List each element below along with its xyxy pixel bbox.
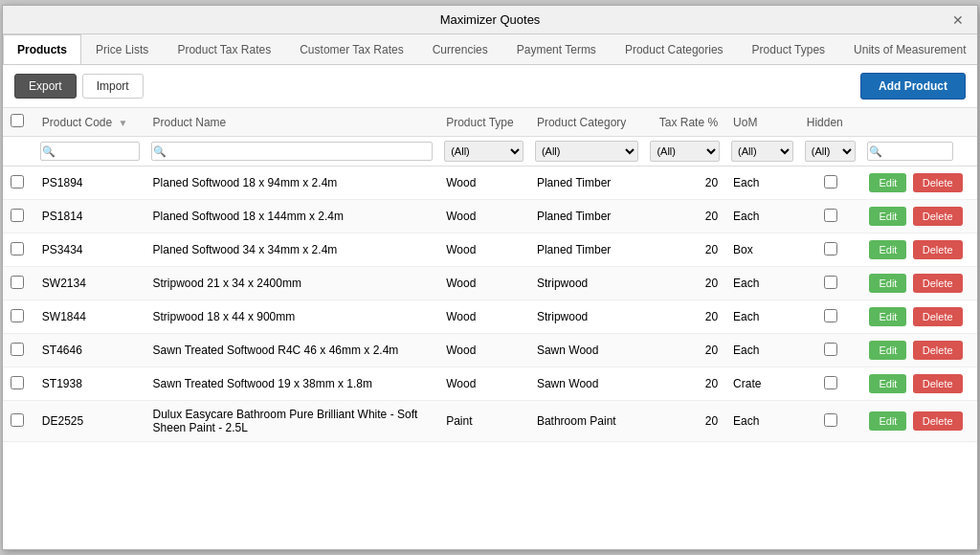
row-select-checkbox[interactable] [11,413,24,427]
row-select-checkbox[interactable] [11,309,24,322]
row-uom: Each [725,300,799,334]
hidden-checkbox[interactable] [824,413,837,427]
row-actions: Edit Delete [861,334,977,367]
row-name: Planed Softwood 18 x 144mm x 2.4m [145,200,439,233]
delete-button[interactable]: Delete [913,274,963,293]
hidden-checkbox[interactable] [824,209,837,222]
delete-button[interactable]: Delete [913,374,963,393]
product-table: Product Code ▼ Product Name Product Type… [3,108,977,442]
edit-button[interactable]: Edit [869,307,906,326]
delete-button[interactable]: Delete [913,173,963,192]
header-checkbox [3,108,34,137]
row-code: ST1938 [34,367,145,401]
edit-button[interactable]: Edit [869,411,906,431]
edit-button[interactable]: Edit [869,274,906,293]
table-body: PS1894 Planed Softwood 18 x 94mm x 2.4m … [3,166,977,442]
filter-code: 🔍 [34,137,145,166]
tab-bar: Products Price Lists Product Tax Rates C… [3,34,977,65]
table-row: SW1844 Stripwood 18 x 44 x 900mm Wood St… [3,300,977,334]
table-row: SW2134 Stripwood 21 x 34 x 2400mm Wood S… [3,267,977,300]
hidden-checkbox[interactable] [824,276,837,289]
row-taxrate: 20 [644,367,725,401]
filter-uom: (All) Each Box Crate [725,137,799,166]
row-taxrate: 20 [644,334,725,367]
row-taxrate: 20 [644,233,725,267]
tab-products[interactable]: Products [3,34,81,65]
close-button[interactable]: ✕ [948,12,968,28]
export-button[interactable]: Export [14,74,77,99]
row-code: PS3434 [34,233,145,267]
row-taxrate: 20 [644,401,725,442]
row-type: Wood [438,367,529,401]
hidden-checkbox[interactable] [824,175,837,189]
table-row: ST1938 Sawn Treated Softwood 19 x 38mm x… [3,367,977,401]
tab-payment-terms[interactable]: Payment Terms [502,34,611,64]
filter-type-select[interactable]: (All) Wood Paint [444,141,523,162]
filter-hidden-select[interactable]: (All) Yes No [805,141,857,162]
delete-button[interactable]: Delete [913,341,963,360]
edit-button[interactable]: Edit [869,374,906,393]
import-button[interactable]: Import [82,74,144,99]
tab-customer-tax-rates[interactable]: Customer Tax Rates [285,34,418,64]
edit-button[interactable]: Edit [869,207,906,226]
row-uom: Box [725,233,799,267]
tab-product-tax-rates[interactable]: Product Tax Rates [163,34,285,64]
row-checkbox [3,401,34,442]
row-category: Planed Timber [529,166,644,200]
hidden-checkbox[interactable] [824,376,837,389]
filter-checkbox [3,137,34,166]
hidden-checkbox[interactable] [824,343,837,356]
tab-price-lists[interactable]: Price Lists [81,34,163,64]
row-category: Sawn Wood [529,367,644,401]
edit-button[interactable]: Edit [869,173,906,192]
edit-button[interactable]: Edit [869,341,906,360]
filter-category-select[interactable]: (All) Planed Timber Stripwood Sawn Wood … [535,141,638,162]
filter-category: (All) Planed Timber Stripwood Sawn Wood … [529,137,644,166]
delete-button[interactable]: Delete [913,411,963,431]
row-uom: Crate [725,367,799,401]
hidden-checkbox[interactable] [824,242,837,255]
filter-uom-select[interactable]: (All) Each Box Crate [731,141,793,162]
header-taxrate: Tax Rate % [644,108,725,137]
row-type: Paint [438,401,529,442]
edit-button[interactable]: Edit [869,240,906,259]
search-name-input[interactable] [151,142,434,161]
tab-product-types[interactable]: Product Types [738,34,840,64]
filter-taxrate-select[interactable]: (All) 20 [650,141,720,162]
row-select-checkbox[interactable] [11,276,24,289]
delete-button[interactable]: Delete [913,307,963,326]
table-row: PS1814 Planed Softwood 18 x 144mm x 2.4m… [3,200,977,233]
title-bar: Maximizer Quotes ✕ [3,6,977,34]
tab-units-of-measurement[interactable]: Units of Measurement [839,34,977,64]
row-checkbox [3,200,34,233]
table-row: PS1894 Planed Softwood 18 x 94mm x 2.4m … [3,166,977,200]
row-checkbox [3,233,34,267]
row-select-checkbox[interactable] [11,343,24,356]
row-type: Wood [438,267,529,300]
delete-button[interactable]: Delete [913,207,963,226]
row-type: Wood [438,166,529,200]
table-header-row: Product Code ▼ Product Name Product Type… [3,108,977,137]
row-select-checkbox[interactable] [11,242,24,255]
row-select-checkbox[interactable] [11,376,24,389]
row-hidden [799,300,862,334]
select-all-checkbox[interactable] [11,114,24,127]
filter-search: 🔍 [861,137,977,166]
row-checkbox [3,300,34,334]
row-hidden [799,334,862,367]
hidden-checkbox[interactable] [824,309,837,322]
toolbar: Export Import Add Product [3,65,977,108]
row-category: Planed Timber [529,233,644,267]
row-uom: Each [725,166,799,200]
row-select-checkbox[interactable] [11,175,24,189]
row-code: PS1814 [34,200,145,233]
row-code: PS1894 [34,166,145,200]
tab-currencies[interactable]: Currencies [418,34,502,64]
delete-button[interactable]: Delete [913,240,963,259]
row-uom: Each [725,267,799,300]
row-name: Planed Softwood 34 x 34mm x 2.4m [145,233,439,267]
row-select-checkbox[interactable] [11,209,24,222]
row-uom: Each [725,200,799,233]
tab-product-categories[interactable]: Product Categories [611,34,738,64]
add-product-button[interactable]: Add Product [860,73,966,100]
